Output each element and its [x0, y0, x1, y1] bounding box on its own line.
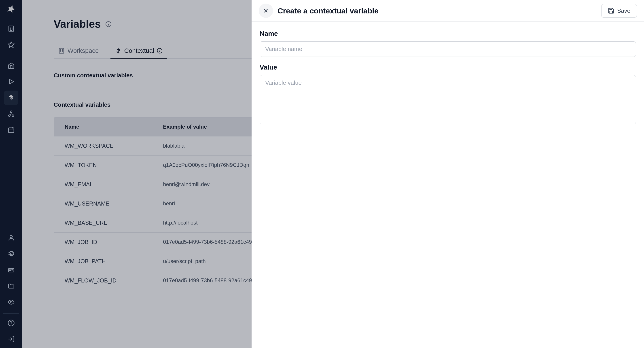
save-button[interactable]: Save	[601, 4, 637, 18]
save-icon	[608, 8, 614, 14]
create-variable-drawer: Create a contextual variable Save Name V…	[252, 0, 644, 348]
name-label: Name	[260, 30, 636, 37]
name-input[interactable]	[260, 42, 636, 57]
value-label: Value	[260, 64, 636, 71]
close-icon	[263, 8, 269, 14]
value-form-group: Value	[260, 64, 636, 124]
drawer-body: Name Value	[252, 22, 644, 132]
drawer-title: Create a contextual variable	[278, 6, 597, 15]
name-form-group: Name	[260, 30, 636, 57]
value-textarea[interactable]	[260, 75, 636, 124]
save-button-label: Save	[617, 8, 630, 14]
close-button[interactable]	[259, 4, 273, 18]
drawer-header: Create a contextual variable Save	[252, 0, 644, 22]
